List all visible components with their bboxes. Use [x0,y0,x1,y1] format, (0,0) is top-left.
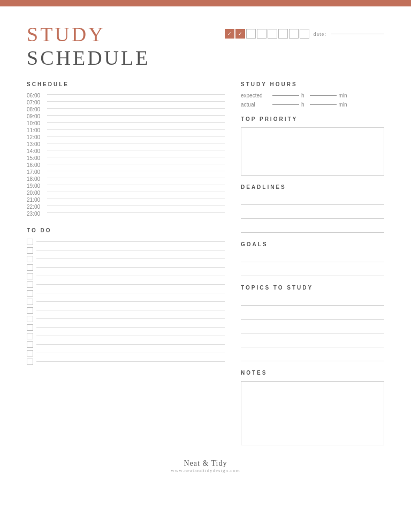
time-row: 23:00 [27,211,225,217]
topic-line[interactable] [241,352,384,361]
priority-box[interactable] [241,127,384,176]
topic-line[interactable] [241,324,384,333]
time-label: 13:00 [27,141,47,147]
priority-heading: TOP PRIORITY [241,116,384,122]
todo-row [27,273,225,279]
todo-checkbox[interactable] [27,316,33,322]
time-row: 21:00 [27,197,225,203]
todo-row [27,333,225,339]
time-line [47,157,225,157]
deadlines-lines [241,195,384,233]
time-row: 11:00 [27,127,225,133]
todo-row [27,299,225,305]
todo-line [36,293,225,293]
todo-checkbox[interactable] [27,264,33,271]
deadline-line[interactable] [241,223,384,233]
month-box-3[interactable] [257,29,267,39]
actual-min-unit: min [339,102,347,108]
time-row: 20:00 [27,190,225,196]
time-label: 08:00 [27,107,47,112]
deadline-line[interactable] [241,195,384,205]
schedule-heading: SCHEDULE [27,81,225,87]
main-content: SCHEDULE 06:0007:0008:0009:0010:0011:001… [27,81,384,454]
time-line [47,199,225,199]
study-hours-heading: STUDY HOURS [241,81,384,87]
page-title: STUDY SCHEDULE [27,22,225,70]
actual-h-unit: h [301,102,305,108]
topic-line[interactable] [241,310,384,320]
month-box-1[interactable] [235,29,245,39]
todo-checkbox[interactable] [27,282,33,288]
time-row: 22:00 [27,204,225,210]
goal-line[interactable] [241,267,384,276]
todo-checkbox[interactable] [27,324,33,331]
todo-row [27,359,225,365]
month-box-0[interactable] [225,29,234,39]
notes-box[interactable] [241,381,384,445]
month-box-7[interactable] [300,29,309,39]
todo-row [27,282,225,288]
time-line [47,164,225,164]
notes-heading: NOTES [241,370,384,376]
todo-checkbox[interactable] [27,256,33,262]
top-bar [0,0,411,6]
month-box-5[interactable] [278,29,288,39]
priority-section: TOP PRIORITY [241,116,384,176]
todo-line [36,361,225,362]
time-line [47,206,225,206]
time-label: 22:00 [27,204,47,210]
expected-h-blank[interactable] [272,95,299,96]
time-line [47,192,225,192]
time-label: 19:00 [27,183,47,189]
todo-checkbox[interactable] [27,247,33,254]
notes-section: NOTES [241,370,384,445]
month-box-2[interactable] [246,29,256,39]
todo-line [36,301,225,302]
todo-line [36,344,225,345]
todo-checkbox[interactable] [27,359,33,365]
todo-line [36,276,225,276]
todo-checkbox[interactable] [27,350,33,356]
time-line [47,143,225,143]
todo-checkbox[interactable] [27,299,33,305]
todo-checkbox[interactable] [27,290,33,297]
expected-label: expected [241,93,270,98]
todo-checkbox[interactable] [27,307,33,314]
schedule-time-rows: 06:0007:0008:0009:0010:0011:0012:0013:00… [27,93,225,217]
todo-row [27,307,225,314]
month-box-6[interactable] [289,29,299,39]
header-right: date: [225,29,384,39]
actual-label: actual [241,102,270,108]
actual-min-blank[interactable] [310,104,337,105]
todo-checkbox[interactable] [27,341,33,348]
time-row: 12:00 [27,134,225,140]
goals-section: GOALS [241,241,384,276]
todo-line [36,336,225,336]
time-line [47,122,225,123]
todo-checkbox[interactable] [27,239,33,245]
right-column: STUDY HOURS expected h min actual h min [241,81,384,454]
expected-min-blank[interactable] [310,95,337,96]
time-label: 23:00 [27,211,47,217]
todo-checkbox[interactable] [27,273,33,279]
todo-row [27,350,225,356]
todo-row [27,290,225,297]
study-hours-section: STUDY HOURS expected h min actual h min [241,81,384,108]
topic-line[interactable] [241,338,384,347]
footer-brand: Neat & Tidy [27,459,384,468]
time-row: 17:00 [27,169,225,175]
time-label: 07:00 [27,100,47,105]
deadline-line[interactable] [241,209,384,219]
time-line [47,94,225,95]
time-label: 20:00 [27,190,47,196]
goal-line[interactable] [241,253,384,262]
time-label: 14:00 [27,148,47,154]
actual-h-blank[interactable] [272,104,299,105]
todo-checkbox[interactable] [27,333,33,339]
time-row: 09:00 [27,113,225,119]
topic-line[interactable] [241,296,384,306]
time-label: 11:00 [27,127,47,133]
date-line-field[interactable] [331,34,384,34]
month-box-4[interactable] [268,29,277,39]
todo-heading: TO DO [27,227,225,233]
